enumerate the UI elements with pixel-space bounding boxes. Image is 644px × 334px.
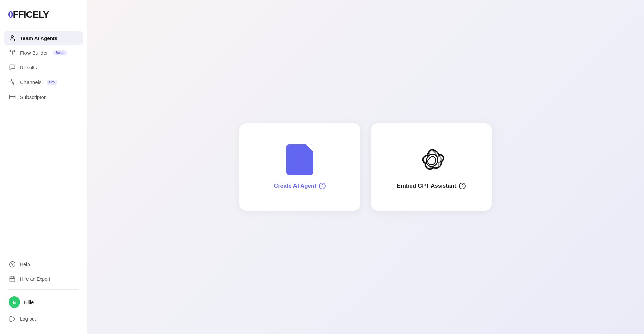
sidebar-item-logout[interactable]: Log out — [4, 312, 83, 326]
logout-icon — [9, 315, 16, 323]
embed-gpt-assistant-label: Embed GPT Assistant ? — [397, 183, 466, 189]
sidebar-item-hire-expert[interactable]: Hire an Expert — [4, 272, 83, 286]
create-ai-agent-help-icon[interactable]: ? — [319, 183, 326, 189]
file-icon-container — [285, 145, 315, 175]
channels-icon — [9, 78, 16, 86]
sidebar-item-label: Team AI Agents — [20, 35, 57, 41]
logo[interactable]: 0FFICELY — [8, 9, 79, 20]
sidebar-item-results[interactable]: Results — [4, 60, 83, 74]
help-icon — [9, 261, 16, 268]
cards-container: Create AI Agent ? Embed GPT Assistant ? — [239, 123, 492, 211]
create-ai-agent-label: Create AI Agent ? — [274, 183, 326, 189]
avatar: E — [9, 296, 20, 308]
sidebar-item-subscription[interactable]: Subscripton — [4, 90, 83, 104]
gpt-icon-container — [416, 145, 446, 175]
create-ai-agent-text: Create AI Agent — [274, 183, 316, 189]
subscription-icon — [9, 93, 16, 101]
nav-menu: Team AI Agents Flow Builder Basic — [0, 31, 87, 252]
sidebar-item-flow-builder[interactable]: Flow Builder Basic — [4, 46, 83, 60]
sidebar-item-label: Results — [20, 65, 37, 70]
logo-area: 0FFICELY — [0, 0, 87, 31]
user-row: E Ellie — [4, 293, 83, 311]
svg-rect-4 — [10, 95, 15, 99]
badge-pro: Pro — [47, 80, 57, 85]
hire-icon — [9, 275, 16, 283]
sidebar-item-help[interactable]: Help — [4, 257, 83, 271]
sidebar-item-team-ai-agents[interactable]: Team AI Agents — [4, 31, 83, 45]
openai-logo-icon — [418, 146, 445, 173]
embed-gpt-assistant-card[interactable]: Embed GPT Assistant ? — [371, 123, 492, 211]
svg-rect-8 — [10, 277, 15, 282]
logo-text: FFICELY — [13, 9, 49, 20]
embed-gpt-assistant-text: Embed GPT Assistant — [397, 183, 457, 189]
sidebar-divider — [8, 289, 79, 290]
svg-point-0 — [11, 36, 14, 38]
sidebar-item-label: Hire an Expert — [20, 276, 50, 282]
sidebar-item-channels[interactable]: Channels Pro — [4, 75, 83, 89]
main-content: Create AI Agent ? Embed GPT Assistant ? — [87, 0, 644, 334]
results-icon — [9, 64, 16, 71]
sidebar: 0FFICELY Team AI Agents — [0, 0, 87, 334]
create-ai-agent-card[interactable]: Create AI Agent ? — [239, 123, 360, 211]
sidebar-item-label: Flow Builder — [20, 50, 48, 56]
embed-gpt-assistant-help-icon[interactable]: ? — [459, 183, 466, 189]
sidebar-item-label: Log out — [20, 316, 36, 322]
sidebar-item-label: Channels — [20, 79, 41, 85]
logo-icon: 0 — [8, 9, 13, 20]
user-name: Ellie — [24, 299, 34, 305]
user-agent-icon — [9, 34, 16, 42]
file-document-icon — [286, 144, 313, 175]
sidebar-bottom: Help Hire an Expert E Ellie — [0, 252, 87, 334]
sidebar-item-label: Subscripton — [20, 94, 47, 100]
sidebar-item-label: Help — [20, 262, 30, 267]
badge-basic: Basic — [53, 50, 67, 55]
flow-icon — [9, 49, 16, 56]
